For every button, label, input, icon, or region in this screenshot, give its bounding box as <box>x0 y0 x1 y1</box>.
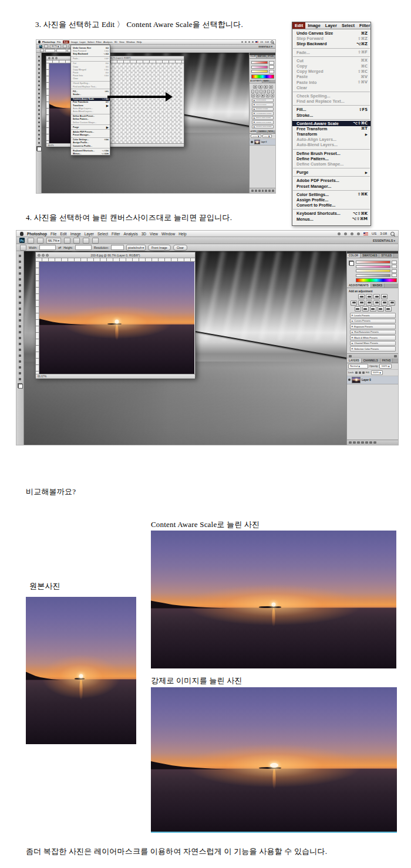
new-layer-icon[interactable] <box>369 441 372 444</box>
layer-mask-icon[interactable] <box>258 190 261 192</box>
height-field[interactable] <box>56 49 66 52</box>
color-value-field[interactable] <box>392 265 397 268</box>
layer-group-icon[interactable] <box>365 441 368 444</box>
bridge-icon[interactable] <box>28 238 34 244</box>
document-title-bar[interactable]: 200-8.jpg @ 66.7% (Layer 0, RGB/8*) <box>46 56 184 60</box>
hand-tool[interactable] <box>18 371 22 376</box>
menu-item-assign-profile[interactable]: Assign Profile... <box>292 197 370 202</box>
menu-item-keyboard-shortcuts[interactable]: Keyboard Shortcuts...⌥⇧⌘K <box>71 149 110 152</box>
menubar-item-filter[interactable]: Filter <box>112 232 120 236</box>
apple-menu-icon[interactable] <box>38 40 41 43</box>
preset-row-levels-presets[interactable]: Levels Presets <box>350 313 396 318</box>
menu-item-step-forward[interactable]: Step Forward⇧⌘Z <box>71 49 110 52</box>
color-slider[interactable] <box>356 269 390 272</box>
color-value-field[interactable] <box>269 61 274 65</box>
lock-position-icon[interactable] <box>362 371 365 374</box>
menu-item-preset-manager[interactable]: Preset Manager... <box>292 184 370 189</box>
menu-item-clear[interactable]: Clear <box>71 77 110 80</box>
visibility-eye-icon[interactable] <box>251 141 253 143</box>
posterize-icon[interactable] <box>362 306 369 312</box>
menu-item-copy[interactable]: Copy⌘C <box>292 63 370 69</box>
pen-tool[interactable] <box>18 336 22 340</box>
resolution-field[interactable] <box>111 245 124 250</box>
menu-item-stroke[interactable]: Stroke... <box>71 93 110 96</box>
menu-item-transform[interactable]: Transform▶ <box>292 131 370 137</box>
shape-tool[interactable] <box>18 353 22 358</box>
menu-item-fill[interactable]: Fill...⇧F5 <box>71 90 110 93</box>
workspace-switcher[interactable]: ESSENTIALS <box>258 45 272 48</box>
panel-tab-layers[interactable]: LAYERS <box>250 130 257 133</box>
menubar-item-file[interactable]: File <box>57 40 61 43</box>
type-tool[interactable] <box>38 117 41 120</box>
battery-icon[interactable] <box>245 41 247 43</box>
menu-item-step-backward[interactable]: Step Backward⌥⌘Z <box>292 41 370 46</box>
3d-orbit-tool[interactable] <box>38 133 41 136</box>
preset-row-selective-color-presets[interactable]: Selective Color Presets <box>350 346 396 352</box>
menubar-item-image[interactable]: Image <box>70 232 81 236</box>
menubar-item-select[interactable]: Select <box>97 232 108 236</box>
layer-row[interactable]: Layer 0 <box>250 139 275 146</box>
foreground-background-swatch[interactable] <box>18 383 23 389</box>
lasso-tool[interactable] <box>18 265 22 270</box>
menubar-item-3d[interactable]: 3D <box>114 40 117 43</box>
menu-item-stroke[interactable]: Stroke... <box>292 112 370 117</box>
dodge-tool[interactable] <box>18 330 22 335</box>
menu-item-auto-blend-layers[interactable]: Auto-Blend Layers... <box>292 142 370 147</box>
hue-saturation-icon[interactable] <box>358 300 365 306</box>
vibrance-icon[interactable] <box>351 300 357 306</box>
color-balance-icon[interactable] <box>260 90 262 93</box>
menu-item-copy-merged[interactable]: Copy Merged⇧⌘C <box>292 69 370 74</box>
menu-item-auto-align-layers[interactable]: Auto-Align Layers... <box>292 137 370 142</box>
status-zoom[interactable]: 66.67% <box>38 375 46 378</box>
color-slider[interactable] <box>251 61 268 64</box>
view-extras-icon[interactable] <box>37 238 43 244</box>
brightness-contrast-icon[interactable] <box>358 294 365 299</box>
path-select-tool[interactable] <box>18 347 22 352</box>
opacity-select[interactable]: 100% <box>262 134 272 138</box>
delete-layer-icon[interactable] <box>373 441 376 444</box>
panel-tab-adjustments[interactable]: ADJUSTMENTS <box>250 80 262 83</box>
preset-row-black-white-presets[interactable]: Black & White Presets <box>350 335 396 340</box>
3d-rotate-tool[interactable] <box>18 359 22 364</box>
crop-tool[interactable] <box>18 277 22 282</box>
sync-icon[interactable] <box>241 41 243 43</box>
panel-tab-styles[interactable]: STYLES <box>379 254 394 258</box>
hue-saturation-icon[interactable] <box>255 90 258 93</box>
color-value-field[interactable] <box>269 65 274 69</box>
menu-item-step-backward[interactable]: Step Backward⌥⌘Z <box>71 52 110 55</box>
channel-mixer-icon[interactable] <box>271 90 274 93</box>
menubar-item-help[interactable]: Help <box>137 40 142 43</box>
menu-item-paste-into[interactable]: Paste Into⇧⌘V <box>292 80 370 85</box>
move-tool[interactable] <box>38 55 41 58</box>
menubar-item-filter[interactable]: Filter <box>357 22 370 29</box>
marquee-tool[interactable] <box>18 259 22 264</box>
visibility-eye-icon[interactable] <box>348 379 351 381</box>
panel-tab-masks[interactable]: MASKS <box>262 80 269 83</box>
height-field[interactable] <box>75 245 92 250</box>
preset-row-levels-presets[interactable]: Levels Presets <box>252 99 274 103</box>
menu-item-adobe-pdf-presets[interactable]: Adobe PDF Presets... <box>71 130 110 133</box>
spotlight-icon[interactable] <box>390 232 395 236</box>
panel-tab-masks[interactable]: MASKS <box>371 283 385 288</box>
eraser-tool[interactable] <box>18 312 22 317</box>
crop-tool[interactable] <box>38 72 41 75</box>
menu-item-define-brush-preset[interactable]: Define Brush Preset... <box>292 151 370 156</box>
threshold-icon[interactable] <box>370 306 376 312</box>
blend-mode-select[interactable]: Normal <box>251 134 261 138</box>
menu-item-define-brush-preset[interactable]: Define Brush Preset... <box>71 115 110 118</box>
menubar-item-analysis[interactable]: Analysis <box>103 40 113 43</box>
adjustment-layer-icon[interactable] <box>361 441 364 444</box>
photoshop-logo-icon[interactable]: Ps <box>39 45 42 48</box>
menubar-item-photoshop[interactable]: Photoshop <box>27 232 47 236</box>
document-window[interactable]: 200-8.jpg @ 66.7% (Layer 0, RGB/8*) 66.6… <box>46 56 184 146</box>
menu-item-menus[interactable]: Menus...⌥⇧⌘M <box>71 152 110 155</box>
menubar-item-layer[interactable]: Layer <box>323 22 339 29</box>
color-slider[interactable] <box>356 265 390 268</box>
menubar-item-analysis[interactable]: Analysis <box>124 232 138 236</box>
menubar-item-view[interactable]: View <box>119 40 124 43</box>
invert-icon[interactable] <box>251 94 255 97</box>
panel-tab-adjustments[interactable]: ADJUSTMENTS <box>347 283 371 288</box>
posterize-icon[interactable] <box>256 94 260 97</box>
selective-color-icon[interactable] <box>385 306 392 312</box>
menu-item-auto-align-layers[interactable]: Auto-Align Layers... <box>71 107 110 110</box>
